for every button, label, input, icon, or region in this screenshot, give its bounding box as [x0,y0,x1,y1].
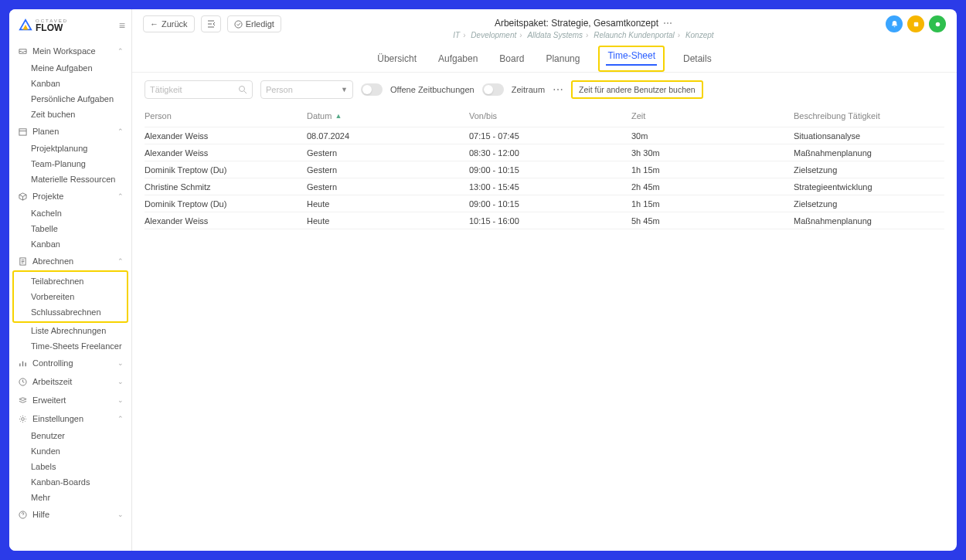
sidebar-item[interactable]: Labels [31,459,131,474]
cell-date: Gestern [307,182,469,192]
sidebar-item[interactable]: Teilabrechnen [31,273,127,289]
clock-icon [19,378,28,386]
sidebar-section-projekte[interactable]: Projekte⌃ [9,187,131,205]
breadcrumb-item[interactable]: IT [453,31,460,39]
table-row[interactable]: Christine SchmitzGestern13:00 - 15:452h … [145,178,944,195]
filter-more-icon[interactable]: ⋯ [553,83,563,96]
sidebar-item[interactable]: Vorbereiten [31,289,127,304]
notification-button[interactable] [886,15,903,32]
sidebar-item[interactable]: Zeit buchen [31,107,131,122]
sidebar-section-controlling[interactable]: Controlling⌄ [9,354,131,372]
table-header: Person Datum▲ Von/bis Zeit Beschreibung … [145,107,944,127]
table-row[interactable]: Dominik Treptow (Du)Gestern09:00 - 10:15… [145,161,944,178]
cell-person: Dominik Treptow (Du) [145,165,307,175]
tab-aufgaben[interactable]: Aufgaben [435,49,481,72]
sidebar-item[interactable]: Schlussabrechnen [31,304,127,320]
activity-search-input[interactable]: Tätigkeit [145,80,253,99]
page-title: Arbeitspaket: Strategie, Gesamtkonzept [495,18,658,29]
warning-button[interactable] [907,15,924,32]
back-button[interactable]: ← Zurück [143,15,195,32]
breadcrumb-item[interactable]: Relaunch Kundenportal [594,31,675,39]
tab-board[interactable]: Board [496,49,527,72]
status-button[interactable] [929,15,946,32]
sidebar-item[interactable]: Persönliche Aufgaben [31,91,131,107]
sidebar-item[interactable]: Time-Sheets Freelancer [31,338,131,354]
sidebar-item[interactable]: Team-Planung [31,156,131,171]
sidebar-section-erweitert[interactable]: Erweitert⌄ [9,391,131,409]
outdent-button[interactable] [201,15,221,32]
cell-desc: Situationsanalyse [794,131,944,141]
cell-time: 2h 45m [631,182,794,192]
col-date[interactable]: Datum▲ [307,111,469,120]
chevron-icon: ⌄ [117,359,124,367]
sidebar-section-einstellungen[interactable]: Einstellungen⌃ [9,409,131,428]
sidebar-item[interactable]: Kunden [31,443,131,459]
svg-point-3 [22,417,25,420]
col-time[interactable]: Zeit [631,111,794,120]
tab-details[interactable]: Details [680,49,715,72]
sidebar-item[interactable]: Liste Abrechnungen [31,323,131,338]
tab-timesheet[interactable]: Time-Sheet [606,50,657,66]
cell-range: 10:15 - 16:00 [469,216,631,226]
breadcrumb-item[interactable]: Alldata Systems [527,31,583,39]
sidebar-item[interactable]: Projektplanung [31,141,131,156]
open-bookings-toggle[interactable] [361,83,383,96]
logo-text-bottom: FLOW [36,23,68,32]
sidebar-item[interactable]: Kacheln [31,205,131,221]
cell-date: Heute [307,199,469,209]
cell-desc: Zielsetzung [794,199,944,209]
sidebar-item[interactable]: Meine Aufgaben [31,60,131,76]
stack-icon [19,396,28,405]
sidebar-section-mein-workspace[interactable]: Mein Workspace⌃ [9,42,131,60]
circle-icon [934,20,942,29]
table-row[interactable]: Alexander WeissHeute10:15 - 16:005h 45mM… [145,212,944,229]
filter-bar: Tätigkeit Person ▼ Offene Zeitbuchungen … [132,73,957,107]
sidebar-item[interactable]: Kanban [31,76,131,91]
tab-planung[interactable]: Planung [543,49,583,72]
tabs: Übersicht Aufgaben Board Planung Time-Sh… [132,39,957,73]
open-bookings-label: Offene Zeitbuchungen [390,85,474,94]
chevron-icon: ⌄ [117,378,124,385]
sidebar-section-hilfe[interactable]: Hilfe⌄ [9,505,131,524]
timerange-toggle[interactable] [482,83,504,96]
sidebar-item[interactable]: Tabelle [31,221,131,236]
done-button[interactable]: Erledigt [227,15,281,32]
table-row[interactable]: Dominik Treptow (Du)Heute09:00 - 10:151h… [145,195,944,212]
sidebar-item[interactable]: Mehr [31,490,131,505]
sidebar-item[interactable]: Materielle Ressourcen [31,171,131,187]
sidebar-item[interactable]: Kanban [31,236,131,252]
breadcrumb-item[interactable]: Development [471,31,516,39]
sidebar-highlight-box: TeilabrechnenVorbereitenSchlussabrechnen [12,270,128,323]
sidebar-item[interactable]: Kanban-Boards [31,474,131,490]
arrow-left-icon: ← [150,19,158,29]
table-row[interactable]: Alexander WeissGestern08:30 - 12:003h 30… [145,144,944,161]
gear-icon [19,415,28,423]
sidebar-section-planen[interactable]: Planen⌃ [9,122,131,141]
activity-placeholder: Tätigkeit [150,85,182,94]
table-row[interactable]: Alexander Weiss08.07.202407:15 - 07:4530… [145,127,944,144]
chevron-icon: ⌃ [117,47,124,55]
col-person[interactable]: Person [145,111,307,120]
svg-rect-6 [913,22,918,26]
svg-point-5 [235,20,242,27]
book-other-user-button[interactable]: Zeit für andere Benutzer buchen [571,80,703,99]
person-select[interactable]: Person ▼ [260,80,353,99]
col-range[interactable]: Von/bis [469,111,631,120]
chevron-icon: ⌃ [117,127,124,135]
cell-person: Alexander Weiss [145,148,307,158]
title-more-icon[interactable]: ⋯ [663,18,672,29]
col-desc[interactable]: Beschreibung Tätigkeit [794,111,944,120]
topbar: ← Zurück Erledigt Arbeitspaket: Strategi… [132,9,957,39]
timesheet-table: Person Datum▲ Von/bis Zeit Beschreibung … [132,107,957,229]
cell-range: 08:30 - 12:00 [469,148,631,158]
cell-desc: Maßnahmenplanung [794,216,944,226]
breadcrumb-item[interactable]: Konzept [685,31,714,39]
sidebar-section-arbeitszeit[interactable]: Arbeitszeit⌄ [9,372,131,391]
back-label: Zurück [162,19,188,29]
tab-uebersicht[interactable]: Übersicht [374,49,420,72]
cell-person: Christine Schmitz [145,182,307,192]
hamburger-icon[interactable]: ≡ [119,19,125,32]
cell-person: Alexander Weiss [145,131,307,141]
sidebar-section-abrechnen[interactable]: Abrechnen⌃ [9,252,131,270]
sidebar-item[interactable]: Benutzer [31,428,131,443]
